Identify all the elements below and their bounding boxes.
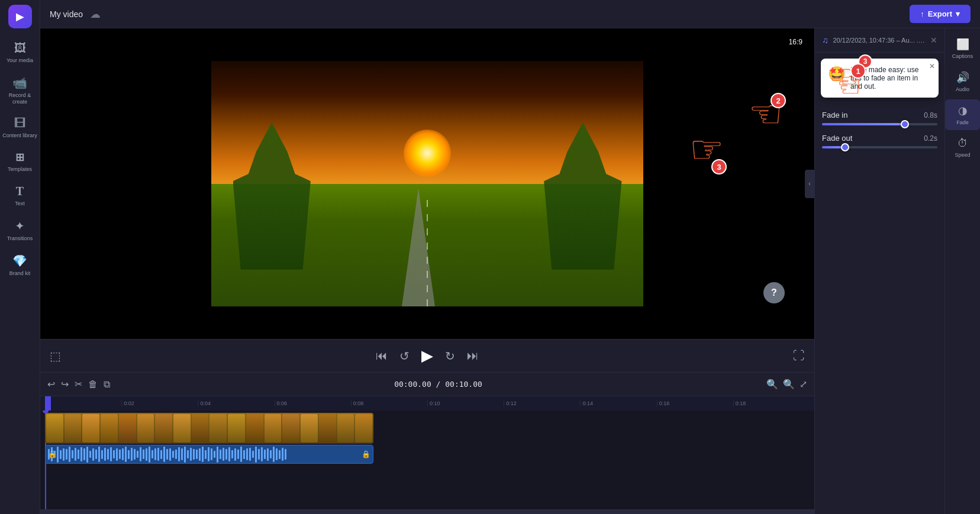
frame-thumb: [101, 414, 118, 442]
frame-thumb: [355, 414, 372, 442]
ruler-mark: 0: [45, 400, 121, 406]
zoom-controls: 🔍 🔍 ⤢: [766, 379, 807, 390]
export-button[interactable]: ↑ Export ▾: [910, 5, 971, 23]
right-panel: ♫ 20/12/2023, 10:47:36 – Au... .webm ✕ 🤩…: [814, 28, 944, 514]
frame-thumb: [46, 414, 63, 442]
transitions-icon: ✦: [15, 219, 25, 233]
audio-waveform: [46, 445, 373, 463]
fade-icon: ◑: [958, 104, 968, 117]
frame-thumb: [337, 414, 354, 442]
ruler-mark: 0:06: [275, 400, 351, 406]
play-button[interactable]: ▶: [421, 347, 433, 365]
fade-out-value: 0.2s: [924, 134, 937, 143]
chevron-down-icon: ▾: [956, 9, 960, 18]
sidebar-item-label: Content library: [2, 132, 37, 139]
fade-out-thumb[interactable]: [841, 143, 849, 151]
video-frame: [211, 61, 643, 306]
frame-thumb: [282, 414, 299, 442]
zoom-in-button[interactable]: 🔍: [783, 379, 795, 390]
crop-button[interactable]: ⬚: [50, 349, 61, 363]
sidebar-item-text[interactable]: T Text: [0, 179, 40, 213]
frame-thumb: [228, 414, 245, 442]
sidebar-item-label: Templates: [8, 166, 32, 173]
tooltip-card: 🤩 Fade made easy: use this to fade an it…: [821, 59, 939, 98]
tooltip-close-button[interactable]: ✕: [929, 62, 935, 70]
main-content: My video ☁ ↑ Export ▾: [40, 0, 980, 514]
audio-panel-item[interactable]: 🔊 Audio: [945, 66, 980, 97]
sidebar-item-brand-kit[interactable]: 💎 Brand kit: [0, 248, 40, 283]
music-icon: ♫: [822, 35, 829, 45]
close-panel-button[interactable]: ✕: [930, 35, 937, 45]
content-area: 16:9 ? ‹ ⬚ ⏮ ↺ ▶ ↻ ⏭ ⛶ ↩ ↪: [40, 28, 980, 514]
ruler-mark: 0:04: [198, 400, 274, 406]
captions-panel-item[interactable]: ⬜ Captions: [945, 33, 980, 64]
speed-panel-item[interactable]: ⏱ Speed: [945, 132, 980, 163]
fullscreen-button[interactable]: ⛶: [793, 349, 805, 363]
frame-thumb: [119, 414, 136, 442]
zoom-out-button[interactable]: 🔍: [766, 379, 778, 390]
preview-area: 16:9 ? ‹ ⬚ ⏮ ↺ ▶ ↻ ⏭ ⛶ ↩ ↪: [40, 28, 814, 514]
frame-thumb: [209, 414, 227, 442]
captions-label: Captions: [952, 53, 973, 59]
audio-track[interactable]: 🔒 🔒: [45, 445, 373, 464]
brand-kit-icon: 💎: [12, 254, 27, 268]
fade-out-row: Fade out 0.2s: [822, 134, 937, 148]
timeline-toolbar: ↩ ↪ ✂ 🗑 ⧉ 00:00.00 / 00:10.00 🔍 🔍 ⤢: [40, 373, 814, 396]
fade-label: Fade: [956, 119, 969, 125]
sidebar-item-transitions[interactable]: ✦ Transitions: [0, 213, 40, 248]
cut-button[interactable]: ✂: [75, 379, 82, 390]
help-button[interactable]: ?: [763, 282, 785, 303]
fade-in-slider[interactable]: [822, 123, 937, 125]
audio-label: Audio: [956, 86, 969, 92]
content-library-icon: 🎞: [14, 117, 26, 130]
tooltip-text: Fade made easy: use this to fade an item…: [850, 66, 931, 90]
timeline-time: 00:00.00 / 00:10.00: [394, 380, 482, 389]
sidebar-item-label: Your media: [7, 57, 33, 64]
frame-thumb: [137, 414, 154, 442]
redo-button[interactable]: ↪: [61, 379, 69, 390]
frame-thumb: [82, 414, 99, 442]
fade-out-label: Fade out: [822, 134, 852, 143]
sidebar-item-label: Text: [15, 201, 25, 207]
forward-button[interactable]: ↻: [445, 349, 455, 363]
right-panel-header: ♫ 20/12/2023, 10:47:36 – Au... .webm ✕: [815, 28, 944, 53]
ruler-mark: 0:12: [504, 400, 580, 406]
skip-forward-button[interactable]: ⏭: [467, 349, 479, 363]
duplicate-button[interactable]: ⧉: [104, 379, 110, 390]
ruler-mark: 0:08: [351, 400, 427, 406]
video-track[interactable]: [45, 413, 373, 444]
frame-thumb: [192, 414, 209, 442]
undo-button[interactable]: ↩: [47, 379, 55, 390]
topbar: My video ☁ ↑ Export ▾: [40, 0, 980, 28]
your-media-icon: 🖼: [14, 41, 26, 55]
collapse-panel-button[interactable]: ‹: [805, 170, 814, 198]
record-create-icon: 📹: [12, 76, 27, 90]
app-logo[interactable]: ▶: [8, 5, 32, 28]
transport-controls: ⬚ ⏮ ↺ ▶ ↻ ⏭ ⛶: [40, 339, 814, 372]
tooltip-emoji: 🤩: [828, 66, 846, 90]
delete-button[interactable]: 🗑: [88, 379, 98, 390]
fade-in-label: Fade in: [822, 111, 847, 119]
frame-thumb: [246, 414, 263, 442]
timeline-scrollbar[interactable]: [40, 509, 814, 514]
fade-in-thumb[interactable]: [901, 120, 909, 128]
fit-timeline-button[interactable]: ⤢: [800, 379, 807, 390]
sidebar: ▶ 🖼 Your media 📹 Record & create 🎞 Conte…: [0, 0, 40, 514]
fade-panel-item[interactable]: ◑ Fade: [945, 99, 980, 130]
timeline: ↩ ↪ ✂ 🗑 ⧉ 00:00.00 / 00:10.00 🔍 🔍 ⤢: [40, 372, 814, 514]
sidebar-item-content-library[interactable]: 🎞 Content library: [0, 111, 40, 145]
right-icons-panel: ⬜ Captions 🔊 Audio ◑ Fade ⏱ Speed: [944, 28, 980, 514]
sidebar-item-label: Record & create: [2, 92, 37, 105]
ruler-mark: 0:02: [121, 400, 198, 406]
ruler-mark: 0:10: [427, 400, 504, 406]
rewind-button[interactable]: ↺: [399, 349, 410, 363]
fade-out-slider[interactable]: [822, 146, 937, 148]
ruler-mark: 0:16: [657, 400, 733, 406]
sidebar-item-your-media[interactable]: 🖼 Your media: [0, 35, 40, 70]
sidebar-item-record-create[interactable]: 📹 Record & create: [0, 70, 40, 111]
sidebar-item-templates[interactable]: ⊞ Templates: [0, 145, 40, 179]
frame-thumb: [65, 414, 82, 442]
speed-label: Speed: [955, 152, 970, 158]
skip-back-button[interactable]: ⏮: [376, 349, 388, 363]
sidebar-item-label: Brand kit: [9, 270, 31, 277]
